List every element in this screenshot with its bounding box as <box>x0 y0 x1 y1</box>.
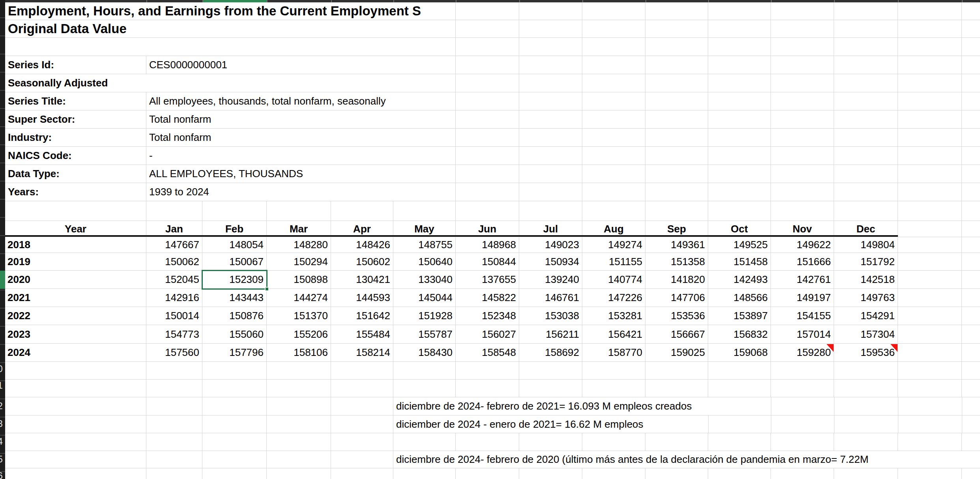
data-cell[interactable]: 153281 <box>582 307 645 325</box>
empty-cell[interactable] <box>456 2 519 20</box>
empty-cell[interactable] <box>519 74 582 92</box>
empty-cell[interactable] <box>771 380 834 397</box>
data-cell[interactable]: 156667 <box>645 325 708 343</box>
data-cell[interactable]: 142493 <box>708 271 771 288</box>
empty-cell[interactable] <box>519 201 582 221</box>
empty-cell[interactable] <box>962 183 980 201</box>
empty-cell[interactable] <box>645 38 708 56</box>
year-cell[interactable]: 2024 <box>5 344 146 361</box>
data-cell[interactable]: 156832 <box>708 325 771 343</box>
data-cell[interactable]: 149525 <box>708 237 771 253</box>
empty-cell[interactable] <box>962 344 980 361</box>
data-cell[interactable]: 145822 <box>456 289 519 307</box>
empty-cell[interactable] <box>267 468 331 479</box>
empty-cell[interactable] <box>708 92 771 110</box>
empty-cell[interactable] <box>5 415 146 433</box>
data-cell[interactable]: 158430 <box>393 344 456 361</box>
empty-cell[interactable] <box>708 2 771 20</box>
empty-cell[interactable] <box>708 110 771 128</box>
month-header[interactable]: Oct <box>708 221 771 237</box>
empty-cell[interactable] <box>393 433 456 451</box>
empty-cell[interactable] <box>834 56 898 74</box>
empty-cell[interactable] <box>771 92 834 110</box>
empty-cell[interactable] <box>771 468 834 479</box>
fill-handle[interactable] <box>265 287 269 291</box>
empty-cell[interactable] <box>708 380 771 397</box>
empty-cell[interactable] <box>898 56 962 74</box>
empty-cell[interactable] <box>519 20 582 37</box>
empty-cell[interactable] <box>5 380 146 397</box>
empty-cell[interactable] <box>962 253 980 270</box>
data-cell[interactable]: 148054 <box>202 237 267 253</box>
data-cell[interactable]: 158106 <box>267 344 331 361</box>
empty-cell[interactable] <box>202 433 267 451</box>
data-cell[interactable]: 153536 <box>645 307 708 325</box>
empty-cell[interactable] <box>202 201 267 221</box>
data-cell[interactable]: 158692 <box>519 344 582 361</box>
empty-cell[interactable] <box>456 362 519 379</box>
data-cell[interactable]: 147706 <box>645 289 708 307</box>
empty-cell[interactable] <box>771 362 834 379</box>
empty-cell[interactable] <box>456 433 519 451</box>
empty-cell[interactable] <box>456 201 519 221</box>
meta-label[interactable]: Series Id: <box>5 56 146 74</box>
data-cell[interactable]: 148566 <box>708 289 771 307</box>
empty-cell[interactable] <box>708 38 771 56</box>
empty-cell[interactable] <box>898 201 962 221</box>
empty-cell[interactable] <box>962 271 980 288</box>
empty-cell[interactable] <box>645 468 708 479</box>
empty-cell[interactable] <box>645 56 708 74</box>
data-cell[interactable]: 148280 <box>267 237 331 253</box>
empty-cell[interactable] <box>898 165 962 183</box>
empty-cell[interactable] <box>519 38 582 56</box>
empty-cell[interactable] <box>267 201 331 221</box>
empty-cell[interactable] <box>962 221 980 237</box>
empty-cell[interactable] <box>5 397 146 415</box>
empty-cell[interactable] <box>962 129 980 146</box>
empty-cell[interactable] <box>962 307 980 325</box>
month-header[interactable]: Aug <box>582 221 645 237</box>
empty-cell[interactable] <box>519 362 582 379</box>
data-cell[interactable]: 155484 <box>331 325 393 343</box>
empty-cell[interactable] <box>708 183 771 201</box>
data-cell[interactable]: 143443 <box>202 289 267 307</box>
empty-cell[interactable] <box>645 165 708 183</box>
empty-cell[interactable] <box>898 110 962 128</box>
empty-cell[interactable] <box>393 362 456 379</box>
empty-cell[interactable] <box>331 397 393 415</box>
empty-cell[interactable] <box>962 74 980 92</box>
empty-cell[interactable] <box>962 468 980 479</box>
empty-cell[interactable] <box>962 56 980 74</box>
empty-cell[interactable] <box>331 468 393 479</box>
empty-cell[interactable] <box>834 362 898 379</box>
empty-cell[interactable] <box>898 325 962 343</box>
empty-cell[interactable] <box>582 129 645 146</box>
data-cell[interactable]: 158548 <box>456 344 519 361</box>
empty-cell[interactable] <box>898 307 962 325</box>
empty-cell[interactable] <box>771 38 834 56</box>
data-cell[interactable]: 151358 <box>645 253 708 270</box>
empty-cell[interactable] <box>393 468 456 479</box>
empty-cell[interactable] <box>519 56 582 74</box>
data-cell[interactable]: 150294 <box>267 253 331 270</box>
data-cell[interactable]: 159280 <box>771 344 834 361</box>
empty-cell[interactable] <box>962 201 980 221</box>
empty-cell[interactable] <box>331 415 393 433</box>
empty-cell[interactable] <box>645 147 708 165</box>
data-cell[interactable]: 149361 <box>645 237 708 253</box>
empty-cell[interactable] <box>962 38 980 56</box>
empty-cell[interactable] <box>834 129 898 146</box>
meta-label[interactable]: Data Type: <box>5 165 146 183</box>
empty-cell[interactable] <box>898 380 962 397</box>
data-cell[interactable]: 148755 <box>393 237 456 253</box>
empty-cell[interactable] <box>519 380 582 397</box>
empty-cell[interactable] <box>708 201 771 221</box>
empty-cell[interactable] <box>146 451 202 468</box>
empty-cell[interactable] <box>331 201 393 221</box>
empty-cell[interactable] <box>202 362 267 379</box>
year-cell[interactable]: 2018 <box>5 237 146 253</box>
empty-cell[interactable] <box>898 38 962 56</box>
meta-label[interactable]: NAICS Code: <box>5 147 146 165</box>
empty-cell[interactable] <box>962 380 980 397</box>
month-header[interactable]: May <box>393 221 456 237</box>
